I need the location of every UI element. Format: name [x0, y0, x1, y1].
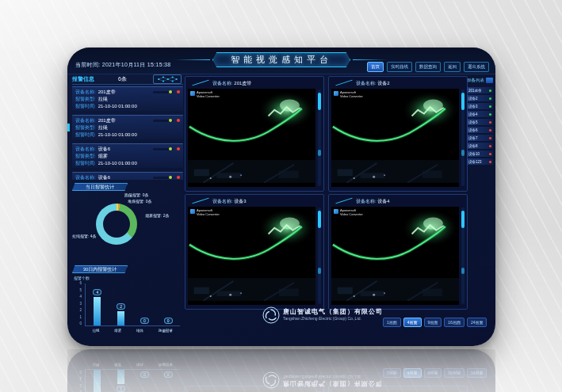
- y-tick-label: 4: [74, 295, 82, 299]
- alarm-indicator: [153, 90, 180, 93]
- bar-column: 0: [140, 284, 149, 325]
- scrollbar-thumb[interactable]: [318, 211, 321, 228]
- alarm-card[interactable]: 设备名称:201皮带 报警类型:拉绳 报警时间:21-10-10 01:00:0…: [72, 115, 183, 139]
- scrollbar-thumb[interactable]: [318, 150, 321, 156]
- view-4-button[interactable]: 4画面: [403, 318, 422, 327]
- video-scrollbar[interactable]: [461, 89, 465, 186]
- nav-back-button[interactable]: 返回: [444, 62, 461, 72]
- top-nav: 首页 实时曲线 数据查询 返回 退出系统: [367, 62, 489, 72]
- status-dot: [489, 121, 491, 124]
- scrollbar-thumb[interactable]: [318, 93, 321, 110]
- device-list-item[interactable]: 设备6: [467, 127, 493, 133]
- video-scrollbar[interactable]: [318, 89, 321, 186]
- green-status-dot: [169, 90, 172, 93]
- alarm-indicator: [153, 119, 180, 122]
- device-items: 201皮带 设备2 设备3 设备4 设备5 设备6 设备7 设备8 设备10 设…: [467, 87, 493, 165]
- device-list-item[interactable]: 201皮带: [467, 87, 493, 93]
- video-frame: [188, 89, 315, 183]
- status-dot: [489, 105, 491, 108]
- alarm-card[interactable]: 设备名称:设备6 报警类型:烟雾 报警时间:21-10-10 01:00:00: [72, 143, 183, 168]
- device-list-item[interactable]: 设备2: [467, 95, 493, 101]
- device-list-item[interactable]: 设备3: [467, 103, 493, 109]
- alarm-title: 报警信息: [72, 75, 94, 83]
- y-tick-label: 5: [74, 289, 82, 293]
- daily-stats-title: 当日报警统计: [72, 183, 128, 191]
- watermark-icon: [334, 91, 338, 96]
- video-scrollbar[interactable]: [461, 207, 465, 304]
- alarm-count-badge: 6条: [118, 75, 127, 83]
- view-24-button[interactable]: 24画面: [467, 318, 487, 327]
- y-tick-label: 3: [74, 303, 82, 306]
- scrollbar-thumb[interactable]: [461, 268, 465, 274]
- x-axis-categories: 拉绳 烟雾 堆煤 跑偏报警: [85, 329, 180, 333]
- view-1-button[interactable]: 1画面: [383, 318, 401, 327]
- donut-label-paopian: 跑偏报警: 0条: [124, 192, 149, 197]
- current-time: 当前时间: 2021年10月11日 15:15:38: [75, 61, 171, 69]
- left-edge-accent: [67, 124, 70, 131]
- view-9-button[interactable]: 9画面: [424, 318, 442, 327]
- company-name-cn: 唐山智诚电气（集团）有限公司: [283, 307, 383, 316]
- daily-alarm-donut-chart: 拉绳报警: 4条 烟雾报警: 2条 跑偏报警: 0条 堆煤报警: 0条: [72, 192, 183, 262]
- red-status-dot: [177, 90, 180, 93]
- video-header: 设备名称: 201皮带: [185, 77, 323, 88]
- video-frame: [188, 207, 315, 301]
- status-dot: [489, 137, 491, 139]
- video-grid: 设备名称: 201皮带 ApowersoftVideo C: [185, 76, 468, 310]
- green-status-dot: [169, 176, 172, 179]
- alarm-sidebar: 报警信息 6条: [72, 74, 183, 339]
- device-list-item[interactable]: 设备8: [467, 143, 493, 149]
- scrollbar-thumb[interactable]: [318, 268, 321, 274]
- nav-exit-button[interactable]: 退出系统: [464, 62, 489, 72]
- alarm-card[interactable]: 设备名称:设备6 报警类型:烟雾 报警时间:21-10-10 01:00:00: [72, 172, 183, 180]
- video-screen[interactable]: ApowersoftVideo Converter: [188, 89, 315, 187]
- video-scrollbar[interactable]: [318, 207, 321, 304]
- device-list-item[interactable]: 设备5: [467, 119, 493, 125]
- scrollbar-thumb[interactable]: [461, 93, 465, 110]
- y-tick-label: 0: [74, 322, 82, 326]
- red-status-dot: [177, 119, 180, 122]
- y-axis-label: 报警个数: [74, 276, 90, 280]
- bar-column: 4: [93, 284, 101, 325]
- watermark-icon: [190, 209, 195, 214]
- device-list-item[interactable]: 设备123: [467, 158, 493, 165]
- donut-ring: [96, 204, 137, 245]
- device-list-more-button[interactable]: [486, 78, 493, 83]
- scrollbar-thumb[interactable]: [461, 211, 465, 228]
- video-screen[interactable]: ApowersoftVideo Converter: [188, 207, 315, 305]
- nav-data-query-button[interactable]: 数据查询: [415, 62, 441, 72]
- device-list-item[interactable]: 设备7: [467, 135, 493, 141]
- bar-column: 0: [164, 284, 173, 325]
- video-screen[interactable]: ApowersoftVideo Converter: [331, 207, 459, 305]
- status-dot: [489, 113, 491, 116]
- view-switcher: 1画面 4画面 9画面 16画面 24画面: [383, 318, 487, 327]
- video-header: 设备名称: 设备2: [329, 77, 467, 88]
- donut-label-duimei: 堆煤报警: 0条: [128, 199, 152, 204]
- device-list-title: 设备列表: [467, 78, 484, 83]
- video-frame: [331, 207, 459, 301]
- green-status-dot: [169, 119, 172, 122]
- device-list-item[interactable]: 设备4: [467, 111, 493, 117]
- nav-home-button[interactable]: 首页: [367, 62, 384, 72]
- alarm-indicator: [153, 176, 180, 179]
- view-16-button[interactable]: 16画面: [444, 318, 465, 327]
- video-panel-3[interactable]: 设备名称: 设备3 ApowersoftVideo Con: [185, 194, 324, 310]
- nav-realtime-curve-button[interactable]: 实时曲线: [387, 62, 412, 72]
- company-logo: [262, 306, 280, 324]
- watermark: ApowersoftVideo Converter: [190, 209, 220, 216]
- video-panel-4[interactable]: 设备名称: 设备4 ApowersoftVideo Con: [328, 194, 468, 310]
- alarm-card[interactable]: 设备名称:201皮带 报警类型:拉绳 报警时间:21-10-10 01:00:0…: [72, 86, 183, 111]
- scrollbar-thumb[interactable]: [461, 150, 465, 156]
- status-dot: [489, 153, 491, 155]
- video-screen[interactable]: ApowersoftVideo Converter: [331, 89, 459, 187]
- video-panel-1[interactable]: 设备名称: 201皮带 ApowersoftVideo C: [185, 76, 324, 192]
- device-list-item[interactable]: 设备10: [467, 150, 493, 157]
- bar: [117, 311, 124, 325]
- monthly-stats-title: 30日内报警统计: [72, 265, 128, 273]
- video-panel-2[interactable]: 设备名称: 设备2 ApowersoftVideo Con: [328, 76, 468, 192]
- status-dot: [489, 89, 491, 92]
- y-tick-label: 6: [74, 282, 82, 286]
- watermark: ApowersoftVideo Converter: [190, 91, 220, 98]
- bar: [94, 297, 101, 325]
- status-dot: [489, 129, 491, 131]
- y-axis-ticks: 6543210: [74, 282, 82, 326]
